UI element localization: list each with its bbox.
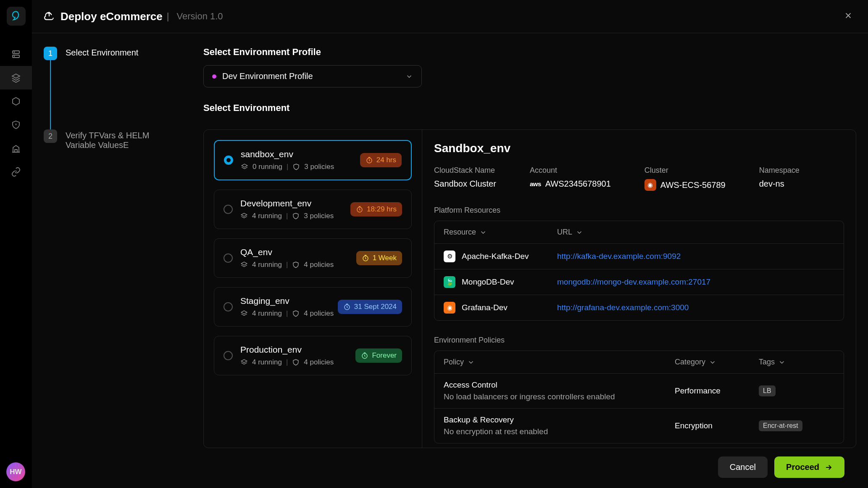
env-name: QA_env <box>240 247 356 257</box>
radio-icon <box>224 351 233 360</box>
env-section-title: Select Environment <box>203 103 856 113</box>
profile-dot-icon <box>212 74 216 79</box>
radio-icon <box>224 205 233 214</box>
env-name: Staging_env <box>240 296 338 306</box>
env-card[interactable]: sandbox_env 0 running| 3 policies 24 hrs <box>214 140 412 180</box>
nav-layers-icon[interactable] <box>0 66 32 90</box>
env-name: sandbox_env <box>241 149 360 159</box>
env-name: Development_env <box>240 198 350 208</box>
nav-hexagon-icon[interactable] <box>0 90 32 113</box>
timer-icon <box>362 254 369 262</box>
timer-icon <box>366 156 373 164</box>
policy-tag: LB <box>759 385 776 396</box>
namespace-value: dev-ns <box>759 179 800 189</box>
tags-col-header[interactable]: Tags <box>759 358 834 367</box>
timer-icon <box>361 352 368 359</box>
timer-icon <box>343 303 351 311</box>
account-value: aws AWS2345678901 <box>530 179 611 189</box>
ttl-badge: 31 Sept 2024 <box>338 300 402 314</box>
env-card[interactable]: Staging_env 4 running| 4 policies 31 Sep… <box>214 287 412 327</box>
step-label: Select Environment <box>66 47 138 58</box>
nav-server-icon[interactable] <box>0 42 32 66</box>
policy-row: Backup & RecoveryNo encryption at rest e… <box>434 408 844 443</box>
shield-small-icon <box>292 163 300 171</box>
resource-col-header[interactable]: Resource <box>444 228 557 237</box>
layers-icon <box>240 359 248 366</box>
page-version: Version 1.0 <box>176 11 223 22</box>
step-1[interactable]: 1 Select Environment <box>44 47 203 60</box>
resource-url[interactable]: http://kafka-dev.example.com:9092 <box>557 252 834 261</box>
policy-tag: Encr-at-rest <box>759 420 802 431</box>
timer-icon <box>356 206 363 213</box>
layers-icon <box>240 212 248 220</box>
layers-icon <box>241 163 248 171</box>
svg-point-2 <box>14 52 15 53</box>
sidebar: HW <box>0 0 32 488</box>
step-2[interactable]: 2 Verify TFVars & HELM Variable ValuesE <box>44 129 203 150</box>
radio-icon <box>224 253 233 263</box>
env-name: Production_env <box>240 345 355 355</box>
env-card[interactable]: Production_env 4 running| 4 policies For… <box>214 336 412 375</box>
environment-list: sandbox_env 0 running| 3 policies 24 hrs… <box>204 130 422 448</box>
nav-building-icon[interactable] <box>0 137 32 160</box>
chevron-down-icon <box>405 73 413 80</box>
policy-row: Access ControlNo load balancers or ingre… <box>434 374 844 408</box>
profile-section-title: Select Environment Profile <box>203 47 856 58</box>
user-avatar[interactable]: HW <box>6 462 25 481</box>
policies-table: Policy Category Tags Access ControlNo lo… <box>434 351 844 443</box>
step-number: 1 <box>44 47 57 60</box>
resource-row: ⚙Apache-Kafka-Dev http://kafka-dev.examp… <box>434 244 844 269</box>
policy-category: Encryption <box>675 421 759 430</box>
proceed-button[interactable]: Proceed <box>774 456 844 478</box>
resource-icon: ◉ <box>444 302 455 314</box>
radio-icon <box>224 302 233 311</box>
nav-shield-icon[interactable] <box>0 113 32 137</box>
shield-small-icon <box>292 212 300 220</box>
env-card[interactable]: Development_env 4 running| 3 policies 18… <box>214 190 412 229</box>
ttl-badge: 18:29 hrs <box>350 202 402 216</box>
detail-env-title: Sandbox_env <box>434 142 844 155</box>
resource-url[interactable]: mongodb://mongo-dev.example.com:27017 <box>557 277 834 287</box>
policy-col-header[interactable]: Policy <box>444 358 675 367</box>
arrow-right-icon <box>824 463 833 472</box>
ttl-badge: 24 hrs <box>360 153 402 167</box>
shield-small-icon <box>292 359 300 366</box>
app-logo[interactable] <box>7 7 26 26</box>
svg-rect-0 <box>13 51 19 53</box>
footer-actions: Cancel Proceed <box>203 456 856 488</box>
cloudstack-name: Sandbox Cluster <box>434 179 496 189</box>
ttl-badge: 1 Week <box>356 251 402 265</box>
policy-category: Performance <box>675 386 759 396</box>
close-button[interactable] <box>840 8 856 25</box>
deploy-icon <box>44 11 55 22</box>
cluster-value: ◉ AWS-ECS-56789 <box>644 179 726 191</box>
policies-title: Environment Policies <box>434 336 844 345</box>
main-content: Deploy eCommerce | Version 1.0 1 Select … <box>32 0 868 488</box>
resources-title: Platform Resources <box>434 206 844 215</box>
page-title: Deploy eCommerce <box>60 10 163 23</box>
resources-table: Resource URL ⚙Apache-Kafka-Dev http://ka… <box>434 221 844 321</box>
step-label: Verify TFVars & HELM Variable ValuesE <box>66 129 175 150</box>
resource-row: ◉Grafana-Dev http://grafana-dev.example.… <box>434 295 844 320</box>
page-header: Deploy eCommerce | Version 1.0 <box>32 0 868 33</box>
radio-icon <box>224 156 233 165</box>
layers-icon <box>240 310 248 317</box>
wizard-steps: 1 Select Environment 2 Verify TFVars & H… <box>44 47 203 488</box>
layers-icon <box>240 261 248 269</box>
resource-icon: 🍃 <box>444 276 455 288</box>
resource-url[interactable]: http://grafana-dev.example.com:3000 <box>557 303 834 312</box>
env-card[interactable]: QA_env 4 running| 4 policies 1 Week <box>214 238 412 278</box>
svg-rect-1 <box>13 55 19 58</box>
step-number: 2 <box>44 129 57 143</box>
environment-profile-dropdown[interactable]: Dev Environment Profile <box>203 65 422 87</box>
cancel-button[interactable]: Cancel <box>718 456 768 478</box>
environment-detail-panel: Sandbox_env CloudStack Name Sandbox Clus… <box>422 130 856 448</box>
ecs-icon: ◉ <box>644 179 656 191</box>
resource-icon: ⚙ <box>444 251 455 262</box>
svg-point-3 <box>14 56 15 57</box>
category-col-header[interactable]: Category <box>675 358 759 367</box>
url-col-header[interactable]: URL <box>557 228 834 237</box>
ttl-badge: Forever <box>355 348 402 363</box>
resource-row: 🍃MongoDB-Dev mongodb://mongo-dev.example… <box>434 269 844 295</box>
nav-link-icon[interactable] <box>0 160 32 184</box>
